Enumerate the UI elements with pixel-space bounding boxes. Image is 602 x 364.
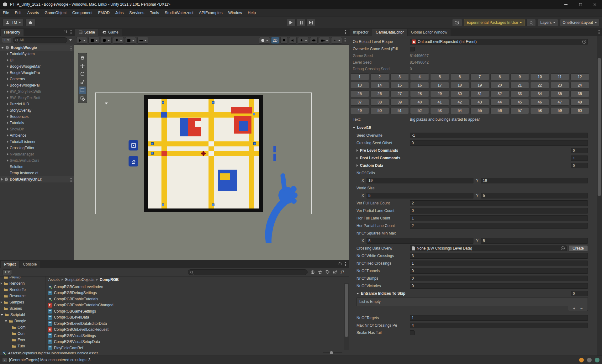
expand-arrow-icon[interactable] bbox=[7, 59, 8, 61]
favorites-icon[interactable] bbox=[318, 270, 323, 275]
expand-arrow-icon[interactable] bbox=[7, 147, 8, 149]
hierarchy-item-ui[interactable]: UI bbox=[0, 57, 74, 63]
level-button-14[interactable]: 14 bbox=[370, 82, 389, 89]
expand-arrow-icon[interactable] bbox=[1, 178, 3, 181]
array-size-field[interactable]: 0 bbox=[571, 163, 588, 168]
layers-dropdown[interactable]: Layers bbox=[538, 19, 558, 26]
expand-arrow-icon[interactable] bbox=[7, 103, 8, 105]
create-object-button[interactable]: + bbox=[2, 37, 11, 43]
hierarchy-search-input[interactable]: All bbox=[13, 37, 67, 43]
level-button-59[interactable]: 59 bbox=[550, 107, 569, 114]
lighting-toggle[interactable] bbox=[280, 37, 288, 44]
expand-arrow-icon[interactable] bbox=[7, 97, 8, 99]
panel-menu-icon[interactable] bbox=[599, 32, 599, 33]
level-button-19[interactable]: 19 bbox=[470, 82, 489, 89]
transform-tool[interactable] bbox=[79, 95, 86, 102]
tab-hierarchy[interactable]: Hierarchy bbox=[1, 29, 24, 36]
level-button-20[interactable]: 20 bbox=[490, 82, 509, 89]
x-field[interactable]: 5 bbox=[367, 193, 473, 198]
folder-tuto[interactable]: Tuto bbox=[0, 343, 45, 349]
level-button-2[interactable]: 2 bbox=[370, 73, 389, 80]
hierarchy-item-temp-instance-of[interactable]: Temp Instance of bbox=[0, 170, 74, 176]
asset-playfieldcamref[interactable]: PlayFieldCamRef bbox=[46, 345, 344, 350]
tab-scene[interactable]: Scene bbox=[75, 29, 98, 36]
breadcrumb-comprgb[interactable]: CompRGB bbox=[100, 277, 119, 282]
selection-handle[interactable] bbox=[253, 142, 256, 145]
selection-handle[interactable] bbox=[151, 152, 154, 155]
selection-handle[interactable] bbox=[253, 113, 255, 115]
packages-warning-dropdown[interactable]: Experimental Packages In Use bbox=[464, 19, 525, 26]
object-reference-field[interactable]: None (BW Crossings Level Data) bbox=[410, 245, 567, 251]
x-field[interactable]: 19 bbox=[367, 178, 473, 183]
level-button-48[interactable]: 48 bbox=[570, 99, 589, 106]
field-seed-overwrite[interactable]: -1 bbox=[410, 133, 588, 138]
lane-segment[interactable] bbox=[273, 146, 276, 152]
scene-row-dontdestroyonlc[interactable]: DontDestroyOnLc bbox=[0, 176, 74, 182]
level-button-57[interactable]: 57 bbox=[510, 107, 529, 114]
cloud-button[interactable] bbox=[25, 19, 35, 26]
grid-snap-dropdown[interactable] bbox=[125, 37, 136, 44]
object-picker-icon[interactable] bbox=[582, 40, 586, 44]
menu-window[interactable]: Window bbox=[225, 9, 245, 17]
x-field[interactable]: 5 bbox=[367, 238, 473, 244]
panel-menu-icon[interactable] bbox=[71, 32, 71, 33]
menu-studiowaterzooi[interactable]: StudioWaterzooi bbox=[162, 9, 196, 17]
expand-arrow-icon[interactable] bbox=[356, 164, 358, 167]
painted-hand[interactable] bbox=[255, 170, 302, 243]
lock-icon[interactable] bbox=[339, 263, 341, 265]
field-ver-full-lane-count[interactable]: 2 bbox=[410, 200, 588, 206]
expand-arrow-icon[interactable] bbox=[1, 282, 2, 285]
level-button-23[interactable]: 23 bbox=[550, 82, 569, 89]
tab-project[interactable]: Project bbox=[1, 261, 19, 268]
statusbar[interactable]: i [GenerateTargets] Max encountered cros… bbox=[0, 356, 602, 364]
level-button-29[interactable]: 29 bbox=[430, 90, 449, 97]
hierarchy-item-switchvirtualcurs[interactable]: SwitchVirtualCurs bbox=[0, 157, 74, 164]
folder-resource[interactable]: Resource bbox=[0, 293, 45, 299]
level-button-49[interactable]: 49 bbox=[350, 107, 369, 114]
y-field[interactable]: 5 bbox=[481, 238, 588, 244]
search-filter-icon[interactable] bbox=[69, 39, 72, 41]
expand-arrow-icon[interactable] bbox=[7, 71, 8, 74]
field-ver-partial-lane-count[interactable]: 0 bbox=[410, 208, 588, 214]
folder-scenes[interactable]: Scenes bbox=[0, 305, 45, 312]
foldout-entrance-indices-to-skip[interactable]: Entrance Indices To Skip0 bbox=[349, 290, 597, 297]
menu-help[interactable]: Help bbox=[245, 9, 259, 17]
maximize-button[interactable] bbox=[573, 0, 588, 9]
expand-arrow-icon[interactable] bbox=[7, 65, 8, 68]
create-button[interactable]: Create bbox=[568, 245, 588, 251]
level-button-35[interactable]: 35 bbox=[550, 90, 569, 97]
foldout-post-level-commands[interactable]: Post Level Commands1 bbox=[349, 154, 597, 162]
level-button-25[interactable]: 25 bbox=[350, 90, 369, 97]
panel-menu-icon[interactable] bbox=[345, 32, 346, 33]
background-tasks-icon[interactable] bbox=[595, 358, 599, 362]
level-button-10[interactable]: 10 bbox=[530, 73, 549, 80]
camera-preview-dropdown[interactable] bbox=[319, 37, 330, 44]
list-remove-button[interactable]: − bbox=[580, 306, 583, 311]
field-nr-of-victories[interactable]: 0 bbox=[410, 283, 588, 289]
level-button-28[interactable]: 28 bbox=[410, 90, 429, 97]
scene-context-menu[interactable] bbox=[69, 45, 73, 50]
hierarchy-item-sequences[interactable]: Sequences bbox=[0, 113, 74, 120]
scene-viewport[interactable] bbox=[74, 45, 349, 260]
expand-arrow-icon[interactable] bbox=[7, 53, 8, 55]
level-button-33[interactable]: 33 bbox=[510, 90, 529, 97]
fmod-status-icon[interactable] bbox=[579, 358, 584, 362]
tab-gamedataeditor[interactable]: GameDataEditor bbox=[372, 29, 407, 36]
level-button-44[interactable]: 44 bbox=[490, 99, 509, 106]
asset-comprgbleveldata[interactable]: CompRGBLevelData bbox=[46, 314, 344, 321]
selection-handle[interactable] bbox=[162, 203, 164, 206]
level-button-1[interactable]: 1 bbox=[350, 73, 369, 80]
frame-tool-button[interactable] bbox=[129, 140, 138, 150]
menu-services[interactable]: Services bbox=[126, 9, 147, 17]
level-button-27[interactable]: 27 bbox=[390, 90, 409, 97]
minimize-button[interactable] bbox=[559, 0, 573, 9]
expand-arrow-icon[interactable] bbox=[7, 109, 8, 112]
expand-arrow-icon[interactable] bbox=[5, 320, 7, 322]
menu-jobs[interactable]: Jobs bbox=[113, 9, 126, 17]
folder-prefab[interactable]: Prefab bbox=[0, 277, 45, 280]
level-button-5[interactable]: 5 bbox=[430, 73, 449, 80]
folder-boogie[interactable]: Boogie bbox=[0, 318, 45, 324]
hierarchy-item-storyoverlay[interactable]: StoryOverlay bbox=[0, 107, 74, 113]
lane-segment[interactable] bbox=[273, 154, 276, 161]
hierarchy-item-bw-storytextwith[interactable]: BW_StoryTextWith bbox=[0, 88, 74, 95]
